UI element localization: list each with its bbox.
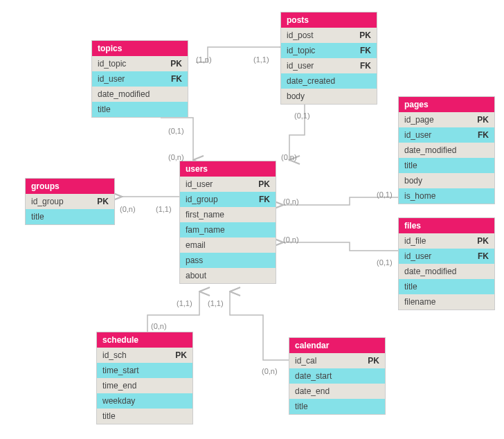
column-name: title [295, 402, 308, 411]
column-name: id_topic [287, 46, 315, 55]
column-name: date_modified [404, 267, 456, 276]
entity-row: title [289, 399, 385, 414]
entity-row: is_home [399, 188, 494, 204]
entity-topics: topicsid_topicPKid_userFKdate_modifiedti… [91, 40, 188, 118]
entity-row: id_groupPK [26, 194, 114, 209]
column-key: PK [170, 59, 182, 69]
column-name: weekday [102, 396, 135, 406]
cardinality-label: (0,1) [377, 190, 393, 199]
entity-row: id_userFK [281, 58, 377, 73]
entity-row: body [399, 173, 494, 188]
column-key: FK [171, 74, 182, 84]
entity-posts: postsid_postPKid_topicFKid_userFKdate_cr… [280, 12, 377, 105]
entity-row: id_topicPK [92, 56, 188, 71]
entity-pages: pagesid_pagePKid_userFKdate_modifiedtitl… [398, 96, 495, 204]
column-name: email [186, 240, 206, 250]
entity-row: id_userFK [92, 71, 188, 87]
cardinality-label: (0,n) [283, 197, 299, 206]
entity-header: schedule [97, 332, 192, 348]
column-name: fam_name [186, 225, 225, 235]
entity-row: date_modified [92, 87, 188, 102]
entity-row: id_schPK [97, 348, 192, 363]
entity-row: id_userFK [399, 249, 494, 264]
entity-header: posts [281, 12, 377, 28]
column-name: first_name [186, 210, 224, 220]
column-name: date_modified [404, 145, 456, 155]
column-name: about [186, 271, 206, 280]
cardinality-label: (1,1) [156, 205, 172, 213]
cardinality-label: (0,1) [168, 127, 184, 135]
column-name: id_sch [102, 350, 127, 360]
cardinality-label: (0,n) [168, 153, 184, 161]
column-key: FK [478, 130, 489, 140]
column-key: PK [175, 350, 187, 360]
column-name: date_created [287, 76, 335, 86]
entity-row: weekday [97, 393, 192, 409]
column-key: PK [477, 115, 489, 125]
column-key: FK [478, 251, 489, 261]
cardinality-label: (1,n) [196, 55, 212, 64]
entity-schedule: scheduleid_schPKtime_starttime_endweekda… [96, 332, 193, 424]
column-name: id_user [98, 74, 125, 84]
entity-row: pass [180, 253, 276, 268]
column-name: title [404, 161, 417, 170]
column-name: date_end [295, 386, 330, 396]
entity-row: id_pagePK [399, 112, 494, 127]
entity-header: files [399, 218, 494, 233]
entity-row: time_start [97, 363, 192, 378]
cardinality-label: (0,1) [377, 258, 393, 267]
column-name: id_post [287, 30, 314, 40]
entity-row: title [26, 209, 114, 224]
entity-calendar: calendarid_calPKdate_startdate_endtitle [289, 337, 386, 415]
entity-row: date_created [281, 73, 377, 89]
column-key: FK [360, 61, 371, 71]
entity-row: id_postPK [281, 28, 377, 43]
entity-header: topics [92, 41, 188, 56]
column-key: PK [258, 179, 270, 189]
column-name: body [404, 176, 422, 186]
entity-row: fam_name [180, 222, 276, 238]
column-key: FK [259, 195, 270, 204]
cardinality-label: (1,1) [253, 55, 269, 64]
column-key: FK [360, 46, 371, 55]
cardinality-label: (0,1) [294, 111, 310, 120]
column-key: PK [368, 356, 379, 366]
column-name: id_group [31, 197, 64, 206]
column-name: id_group [186, 195, 218, 204]
entity-row: id_calPK [289, 353, 385, 368]
column-name: pass [186, 256, 203, 265]
entity-row: id_filePK [399, 233, 494, 249]
cardinality-label: (0,n) [281, 153, 297, 161]
entity-header: calendar [289, 338, 385, 353]
entity-row: about [180, 268, 276, 283]
cardinality-label: (0,n) [262, 367, 278, 375]
entity-row: filename [399, 294, 494, 310]
column-name: title [31, 212, 44, 222]
entity-row: email [180, 238, 276, 253]
column-name: id_page [404, 115, 434, 125]
column-name: id_user [404, 130, 431, 140]
entity-row: date_end [289, 384, 385, 399]
entity-groups: groupsid_groupPKtitle [25, 178, 115, 225]
entity-row: first_name [180, 207, 276, 222]
entity-row: id_userPK [180, 177, 276, 192]
entity-header: groups [26, 179, 114, 194]
column-name: id_file [404, 236, 426, 246]
column-name: date_start [295, 371, 332, 381]
column-name: id_user [404, 251, 431, 261]
entity-files: filesid_filePKid_userFKdate_modifiedtitl… [398, 217, 495, 310]
entity-row: body [281, 89, 377, 104]
column-name: id_user [186, 179, 213, 189]
entity-row: date_modified [399, 143, 494, 158]
entity-row: time_end [97, 378, 192, 393]
column-name: time_start [102, 366, 139, 375]
entity-row: id_groupFK [180, 192, 276, 207]
column-name: body [287, 91, 305, 101]
entity-row: date_start [289, 368, 385, 384]
column-name: title [98, 105, 111, 114]
column-name: filename [404, 297, 435, 307]
column-name: id_cal [295, 356, 316, 366]
entity-row: id_topicFK [281, 43, 377, 58]
column-name: id_topic [98, 59, 126, 69]
column-key: PK [477, 236, 489, 246]
